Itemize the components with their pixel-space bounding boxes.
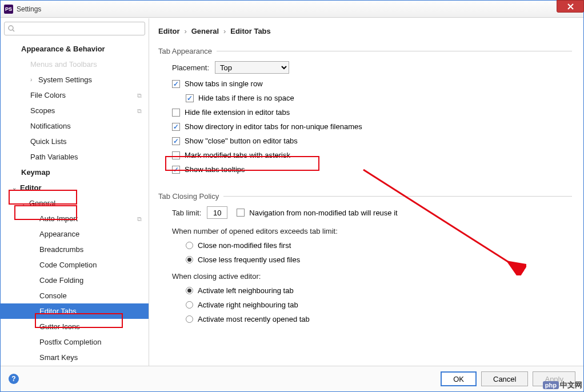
app-logo: PS xyxy=(4,5,13,14)
tree-smart-keys[interactable]: Smart Keys xyxy=(1,350,149,365)
lbl-act-recent: Activate most recently opened tab xyxy=(198,315,310,323)
lbl-act-left: Activate left neighbouring tab xyxy=(198,286,294,295)
crumb-3: Editor Tabs xyxy=(230,27,271,35)
lbl-show-dir: Show directory in editor tabs for non-un… xyxy=(185,122,362,131)
close-icon xyxy=(567,3,574,10)
crumb-2: General xyxy=(191,27,219,35)
chk-single-row[interactable] xyxy=(172,80,180,88)
settings-tree: Appearance & Behavior Menus and Toolbars… xyxy=(1,39,149,366)
tree-postfix-completion[interactable]: Postfix Completion xyxy=(1,334,149,350)
lbl-close-freq: Close less frequently used files xyxy=(198,255,300,264)
tree-general[interactable]: ⌄General xyxy=(1,195,149,211)
sidebar: Appearance & Behavior Menus and Toolbars… xyxy=(1,18,149,366)
tree-editor[interactable]: ⌄Editor xyxy=(1,180,149,195)
chk-hide-ext[interactable] xyxy=(172,109,180,117)
tree-console[interactable]: Console xyxy=(1,288,149,303)
placement-select[interactable]: Top xyxy=(215,61,289,74)
dialog-footer: ? OK Cancel Apply xyxy=(1,366,583,391)
help-button[interactable]: ? xyxy=(9,374,19,384)
cancel-button[interactable]: Cancel xyxy=(481,371,528,386)
closing-active-label: When closing active editor: xyxy=(172,272,572,281)
tree-scopes[interactable]: Scopes⧉ xyxy=(1,103,149,118)
tree-file-colors[interactable]: File Colors⧉ xyxy=(1,87,149,103)
tree-menus-toolbars[interactable]: Menus and Toolbars xyxy=(1,57,149,72)
watermark: php中文网 xyxy=(543,380,582,390)
placement-label: Placement: xyxy=(172,63,209,72)
svg-point-0 xyxy=(9,26,13,30)
lbl-hide-ext: Hide file extension in editor tabs xyxy=(185,108,290,117)
chevron-right-icon: › xyxy=(30,77,38,83)
tree-appearance-sub[interactable]: Appearance xyxy=(1,226,149,242)
group-tab-appearance: Tab Appearance Placement: Top Show tabs … xyxy=(158,47,572,179)
chk-hide-no-space[interactable] xyxy=(186,94,194,102)
chevron-down-icon: ⌄ xyxy=(12,185,20,191)
project-badge-icon: ⧉ xyxy=(137,92,144,99)
tree-notifications[interactable]: Notifications xyxy=(1,118,149,134)
radio-act-right[interactable] xyxy=(186,301,193,309)
group-closing-policy: Tab Closing Policy Tab limit: Navigation… xyxy=(158,192,572,329)
chk-show-dir[interactable] xyxy=(172,123,180,131)
lbl-act-right: Activate right neighbouring tab xyxy=(198,301,298,309)
tree-system-settings[interactable]: ›System Settings xyxy=(1,72,149,87)
radio-close-freq[interactable] xyxy=(186,256,193,263)
lbl-close-nonmod: Close non-modified files first xyxy=(198,241,291,250)
tree-code-folding[interactable]: Code Folding xyxy=(1,273,149,288)
tree-appearance-behavior[interactable]: Appearance & Behavior xyxy=(1,41,149,57)
window-title: Settings xyxy=(17,5,41,13)
tree-quick-lists[interactable]: Quick Lists xyxy=(1,134,149,149)
titlebar: PS Settings xyxy=(1,1,583,18)
lbl-hide-no-space: Hide tabs if there is no space xyxy=(198,94,294,102)
lbl-show-close: Show "close" button on editor tabs xyxy=(185,137,298,145)
search-icon xyxy=(8,25,15,32)
radio-close-nonmod[interactable] xyxy=(186,242,193,249)
lbl-mark-modified: Mark modified tabs with asterisk xyxy=(185,151,290,159)
tab-limit-label: Tab limit: xyxy=(172,209,201,217)
tab-limit-input[interactable] xyxy=(207,206,227,219)
tree-breadcrumbs[interactable]: Breadcrumbs xyxy=(1,242,149,257)
close-button[interactable] xyxy=(557,0,584,13)
breadcrumb-sep: › xyxy=(184,27,186,35)
lbl-single-row: Show tabs in single row xyxy=(185,79,263,88)
radio-act-left[interactable] xyxy=(186,287,193,294)
php-logo-icon: php xyxy=(543,381,559,389)
radio-act-recent[interactable] xyxy=(186,315,193,323)
chk-show-close[interactable] xyxy=(172,137,180,145)
crumb-1: Editor xyxy=(158,27,180,35)
exceed-label: When number of opened editors exceeds ta… xyxy=(172,227,572,235)
ok-button[interactable]: OK xyxy=(441,371,477,386)
breadcrumb: Editor › General › Editor Tabs xyxy=(158,26,572,35)
search-input[interactable] xyxy=(4,22,145,35)
legend-tab-appearance: Tab Appearance xyxy=(158,47,217,55)
tree-code-completion[interactable]: Code Completion xyxy=(1,257,149,273)
legend-closing-policy: Tab Closing Policy xyxy=(158,192,223,201)
chevron-down-icon: ⌄ xyxy=(21,200,29,206)
chk-tooltips[interactable] xyxy=(172,166,180,174)
lbl-nav-reuse: Navigation from non-modified tab will re… xyxy=(249,209,397,217)
breadcrumb-sep: › xyxy=(223,27,226,35)
tree-gutter-icons[interactable]: Gutter Icons xyxy=(1,319,149,334)
chk-nav-reuse[interactable] xyxy=(237,209,245,217)
tree-path-variables[interactable]: Path Variables xyxy=(1,149,149,165)
project-badge-icon: ⧉ xyxy=(137,107,144,114)
lbl-tooltips: Show tabs tooltips xyxy=(185,165,245,174)
project-badge-icon: ⧉ xyxy=(137,215,144,222)
main-panel: Editor › General › Editor Tabs Tab Appea… xyxy=(149,18,583,366)
tree-keymap[interactable]: Keymap xyxy=(1,165,149,180)
tree-auto-import[interactable]: Auto Import⧉ xyxy=(1,211,149,226)
chk-mark-modified[interactable] xyxy=(172,151,180,159)
tree-editor-tabs[interactable]: Editor Tabs xyxy=(1,303,149,319)
